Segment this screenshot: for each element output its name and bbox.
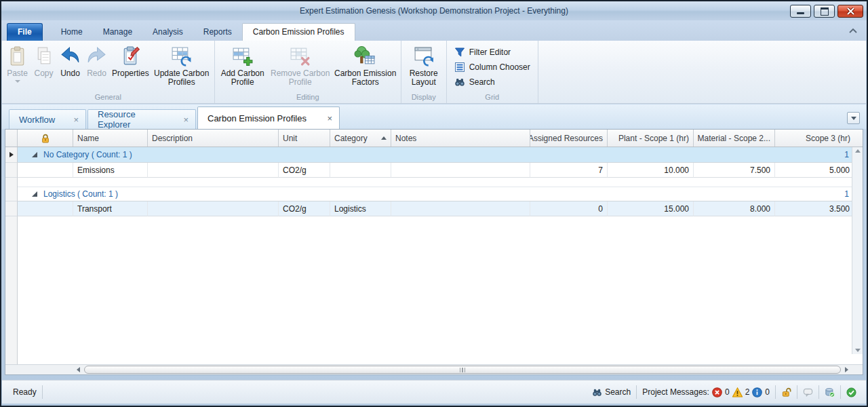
table-row-emissions[interactable]: Emissions CO2/g 7 10.000 7.500 5.000	[5, 163, 854, 178]
cell-description[interactable]	[148, 163, 279, 178]
doc-tab-resource-explorer[interactable]: Resource Explorer ×	[87, 109, 196, 129]
column-header-name[interactable]: Name	[73, 130, 148, 147]
cell-lock[interactable]	[38, 201, 73, 216]
remove-carbon-profile-button[interactable]: Remove Carbon Profile	[269, 41, 332, 87]
update-carbon-profiles-button[interactable]: Update Carbon Profiles	[151, 41, 212, 87]
project-messages-panel[interactable]: Project Messages: 0 2 0	[642, 387, 770, 398]
properties-icon	[119, 43, 142, 68]
cell-description[interactable]	[148, 201, 279, 216]
column-header-assigned-resources[interactable]: Assigned Resources	[530, 130, 608, 147]
carbon-emission-factors-label: Carbon Emission Factors	[334, 69, 397, 87]
doc-tab-resource-explorer-label: Resource Explorer	[98, 109, 170, 130]
ribbon-search-button[interactable]: Search	[454, 75, 530, 89]
cell-unit[interactable]: CO2/g	[279, 163, 330, 178]
cell-material-scope2[interactable]: 8.000	[694, 201, 775, 216]
column-header-unit[interactable]: Unit	[279, 130, 330, 147]
doc-tab-carbon-emission-profiles[interactable]: Carbon Emission Profiles ×	[197, 106, 340, 129]
maximize-icon	[821, 7, 829, 16]
tab-list-dropdown-button[interactable]	[847, 112, 860, 124]
column-header-material-scope2[interactable]: Material - Scope 2...	[694, 130, 775, 147]
table-row-transport[interactable]: Transport CO2/g Logistics 0 15.000 8.000…	[5, 201, 854, 216]
column-header-plant-scope1[interactable]: Plant - Scope 1 (hr)	[608, 130, 694, 147]
separator	[42, 385, 43, 399]
scroll-left-button[interactable]	[73, 365, 83, 374]
column-header-notes[interactable]: Notes	[391, 130, 530, 147]
cell-name[interactable]: Transport	[73, 201, 148, 216]
column-header-scope3[interactable]: Scope 3 (hr)	[775, 130, 854, 147]
cell-plant-scope1[interactable]: 10.000	[608, 163, 694, 178]
scrollbar-corner	[852, 365, 863, 374]
scroll-left-icon	[77, 367, 80, 372]
close-button[interactable]	[837, 5, 863, 18]
group-expanded-icon[interactable]	[31, 151, 38, 158]
cell-category[interactable]: Logistics	[330, 201, 391, 216]
cell-notes[interactable]	[391, 201, 530, 216]
scrollbar-thumb[interactable]	[84, 366, 841, 374]
status-ready: Ready	[13, 387, 37, 397]
application-window: Expert Estimation Genesis (Workshop Demo…	[0, 0, 868, 407]
ribbon-tab-manage[interactable]: Manage	[93, 23, 142, 41]
close-tab-icon[interactable]: ×	[73, 115, 79, 124]
comments-button[interactable]	[803, 387, 813, 398]
column-chooser-button[interactable]: Column Chooser	[454, 60, 530, 74]
undo-icon	[59, 43, 81, 68]
scroll-up-icon[interactable]	[855, 149, 861, 153]
ribbon-tab-home[interactable]: Home	[51, 23, 93, 41]
cell-scope3[interactable]: 5.000	[775, 163, 854, 178]
carbon-emission-profiles-grid: Name Description Unit Category Notes Ass…	[5, 129, 863, 375]
horizontal-scrollbar[interactable]	[5, 364, 863, 374]
group-row-no-category[interactable]: No Category ( Count: 1 ) 1	[5, 147, 854, 163]
minimize-icon	[797, 12, 804, 14]
restore-layout-button[interactable]: Restore Layout	[403, 41, 444, 87]
ribbon-tab-carbon-emission-profiles[interactable]: Carbon Emission Profiles	[242, 23, 355, 41]
cell-scope3[interactable]: 3.500	[775, 201, 854, 216]
cell-plant-scope1[interactable]: 15.000	[608, 201, 694, 216]
redo-button[interactable]: Redo	[83, 41, 110, 78]
close-tab-icon[interactable]: ×	[183, 115, 189, 124]
column-header-category[interactable]: Category	[330, 130, 391, 147]
fixed-columns-area	[5, 365, 73, 374]
column-header-description[interactable]: Description	[148, 130, 279, 147]
lock-status-button[interactable]	[781, 387, 791, 398]
filter-editor-button[interactable]: Filter Editor	[454, 45, 530, 59]
ribbon-tab-analysis[interactable]: Analysis	[142, 23, 193, 41]
minimize-button[interactable]	[790, 5, 811, 18]
cell-material-scope2[interactable]: 7.500	[694, 163, 775, 178]
close-tab-icon[interactable]: ×	[327, 114, 332, 123]
scroll-right-button[interactable]	[842, 365, 852, 374]
group-indent-cell	[18, 163, 38, 178]
cell-notes[interactable]	[391, 163, 530, 178]
cell-assigned-resources[interactable]: 7	[530, 163, 608, 178]
carbon-emission-factors-button[interactable]: Carbon Emission Factors	[332, 41, 399, 87]
add-carbon-profile-button[interactable]: Add Carbon Profile	[217, 41, 269, 87]
scroll-down-icon[interactable]	[855, 349, 861, 352]
ribbon-group-display: Restore Layout Display	[401, 41, 447, 103]
collapse-ribbon-button[interactable]	[848, 26, 859, 35]
title-bar[interactable]: Expert Estimation Genesis (Workshop Demo…	[1, 1, 867, 20]
scrollbar-track[interactable]	[83, 365, 842, 374]
group-row-logistics[interactable]: Logistics ( Count: 1 ) 1	[5, 187, 854, 201]
cell-category[interactable]	[330, 163, 391, 178]
ribbon-group-editing: Add Carbon Profile Remove Carbon Profile…	[215, 41, 401, 103]
cell-lock[interactable]	[38, 163, 73, 178]
cell-name[interactable]: Emissions	[73, 163, 148, 178]
validation-ok-button[interactable]	[846, 387, 856, 398]
ribbon-tab-reports[interactable]: Reports	[193, 23, 242, 41]
database-status-button[interactable]	[825, 387, 835, 398]
cell-assigned-resources[interactable]: 0	[530, 201, 608, 216]
doc-tab-workflow[interactable]: Workflow ×	[9, 109, 86, 129]
paste-button[interactable]: Paste	[4, 41, 31, 83]
undo-button[interactable]: Undo	[57, 41, 83, 78]
copy-button[interactable]: Copy	[31, 41, 57, 78]
vertical-scrollbar[interactable]	[852, 147, 863, 354]
group-expanded-icon[interactable]	[31, 191, 38, 197]
ribbon-tab-file[interactable]: File	[7, 23, 43, 41]
properties-button[interactable]: Properties	[110, 41, 151, 78]
lock-column-header[interactable]	[18, 130, 73, 147]
maximize-button[interactable]	[814, 5, 835, 18]
copy-label: Copy	[34, 69, 53, 78]
ribbon-group-grid: Filter Editor Column Chooser Search Grid	[447, 41, 538, 103]
status-search-button[interactable]: Search	[592, 387, 631, 398]
cell-unit[interactable]: CO2/g	[279, 201, 330, 216]
database-check-icon	[825, 387, 835, 398]
